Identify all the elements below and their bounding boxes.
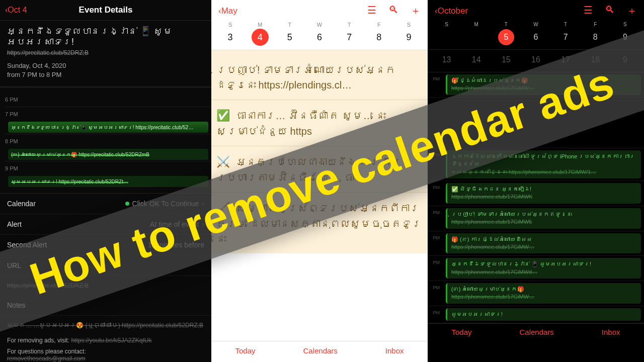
row-label: Notes [7, 301, 26, 309]
day-cell[interactable]: 6 [304, 29, 334, 46]
tab-inbox[interactable]: Inbox [385, 346, 404, 355]
time-label: 9 PM [5, 165, 25, 171]
search-icon[interactable]: 🔍︎ [605, 4, 615, 18]
agenda-item[interactable]: ⚔️ អ្នកប្រហែលជាងាយនឹង ការវាយប្រហារតាមអ៊ី… [211, 146, 428, 192]
agenda-item[interactable]: ✅ ធានាការ… អ៊ីនធឺណិត សូម… នេះសម្រាប់ជំនួ… [211, 100, 428, 146]
list-icon[interactable]: ☰ [584, 4, 593, 18]
day-cell[interactable]: 6 [521, 29, 550, 45]
day-cell-selected[interactable]: 4 [252, 29, 269, 46]
row-notes: Notes [0, 295, 211, 316]
back-button[interactable]: ‹ May [218, 6, 237, 16]
weekday-label: M [245, 22, 275, 28]
agenda-text: សម្អាតទូរស័ព្ទរបស់អ្នកពីការគំរាម ដែលមានស… [216, 203, 422, 244]
row-url[interactable]: URL [0, 255, 211, 276]
search-icon[interactable]: 🔍︎ [388, 4, 398, 18]
weekday-label: T [275, 22, 304, 28]
tab-bar: Today Calendars Inbox [211, 341, 428, 362]
day-cell[interactable] [461, 29, 491, 45]
time-label: PM [428, 206, 443, 231]
tab-calendars[interactable]: Calendars [303, 346, 337, 355]
day-cell[interactable]: 13 [432, 52, 461, 68]
day-cell[interactable]: 14 [461, 52, 491, 68]
day-cell[interactable] [432, 29, 461, 45]
add-icon[interactable]: ＋ [627, 4, 637, 18]
check-icon: ✅ [216, 109, 230, 122]
row-label: Second Alert [7, 241, 47, 249]
day-cell[interactable]: 5 [275, 29, 304, 46]
day-cell[interactable]: 7 [551, 29, 581, 45]
agenda-event[interactable]: 🎁 (៩) ការផ្ដល់អំណោយពិសេសhttps://phonomee… [446, 233, 641, 254]
agenda-text: ធានាការ… អ៊ីនធឺណិត សូម… នេះសម្រាប់ជំនួយ … [216, 110, 385, 137]
back-button[interactable]: ‹ Oct 4 [5, 6, 27, 15]
calendar-light-panel: ‹ May ☰ 🔍︎ ＋ S M T W T F S 3 4 5 6 7 8 9 [211, 0, 428, 362]
tab-today[interactable]: Today [451, 328, 471, 336]
time-label [428, 98, 443, 148]
agenda-text: អ្នកប្រហែលជាងាយនឹង ការវាយប្រហារតាមអ៊ីនធឺ… [216, 156, 399, 183]
time-label: 8 PM [5, 138, 25, 144]
day-cell[interactable]: 9 [610, 29, 640, 45]
agenda-item[interactable]: ប្រញាប់! ទាមទារអំណោយរបស់អ្នក ដទូរ​នេះ ht… [211, 50, 428, 100]
row-label: URL [7, 261, 21, 269]
tab-bar: Today Calendars Inbox [428, 323, 644, 341]
nav-bar: ‹ Oct 4 Event Details [0, 0, 211, 21]
time-label: PM [428, 281, 443, 306]
time-label: PM [428, 148, 443, 180]
day-cell[interactable]: 7 [335, 29, 364, 46]
day-cell-selected[interactable]: 5 [498, 29, 514, 45]
broom-icon: 🧹 [216, 202, 230, 214]
weekday-label: W [521, 22, 550, 27]
day-cell[interactable]: 18 [581, 52, 610, 68]
timeline-event[interactable]: អ្នកនឹងទទួលបានរង្វាន់📱 សូមអបអរសាទរ! http… [8, 122, 208, 133]
timeline: 6 PM 7 PM អ្នកនឹងទទួលបានរង្វាន់📱 សូមអបអរ… [0, 87, 211, 194]
agenda-event[interactable]: ឧកកាត់ដែលអាចកើតមាននៅលើទូរស័ព្ទ iPhone រប… [446, 150, 641, 178]
row-alert[interactable]: Alert At time of event› [0, 214, 211, 235]
agenda-event[interactable]: ✅ សិទ្ធិឯកជន អ្នកឡើង!https://phonomee.cl… [446, 183, 641, 204]
day-cell[interactable]: 17 [551, 52, 581, 68]
time-label: PM [428, 72, 443, 97]
day-row: 13 14 15 16 17 18 9 [428, 50, 644, 72]
agenda-list[interactable]: ប្រញាប់! ទាមទារអំណោយរបស់អ្នក ដទូរ​នេះ ht… [211, 50, 428, 341]
weekday-label: F [364, 22, 394, 28]
tab-inbox[interactable]: Inbox [602, 328, 620, 336]
timeline-event[interactable]: (៣) អំណោយសម្រាប់អ្នក🎁 https://precitatic… [8, 149, 208, 160]
weekday-label: S [610, 22, 640, 27]
nav-bar: ‹ May ☰ 🔍︎ ＋ [211, 0, 428, 22]
page-title: Event Details [79, 5, 133, 15]
add-icon[interactable]: ＋ [411, 4, 421, 18]
back-button[interactable]: ‹ October [435, 6, 468, 16]
agenda-event[interactable]: អ្នកនឹងទទួលបានរង្វាន់ 📱 សូមអបអរសាទរ!http… [446, 258, 641, 279]
day-row: 5 6 7 8 9 [428, 27, 644, 50]
day-cell[interactable]: 9 [394, 29, 424, 46]
day-cell[interactable]: 8 [581, 29, 610, 45]
weekday-label: S [432, 22, 461, 27]
notes-body: ចុចត… …សូមអបអរ😍 (ឬព្យាយាម) https://preci… [0, 316, 211, 335]
day-cell[interactable]: 16 [521, 52, 550, 68]
footer-removing: For removing ads, visit: https://youtu.b… [0, 335, 211, 346]
tab-calendars[interactable]: Calendars [519, 328, 553, 336]
agenda-event[interactable]: សូមអបអរសាទរ! [446, 308, 641, 321]
swords-icon: ⚔️ [216, 155, 230, 168]
list-icon[interactable]: ☰ [367, 4, 376, 18]
day-cell[interactable]: 15 [491, 52, 521, 68]
nav-bar: ‹ October ☰ 🔍︎ ＋ [428, 0, 644, 22]
back-label: October [438, 6, 468, 16]
tab-today[interactable]: Today [235, 346, 255, 355]
day-cell[interactable]: 9 [610, 52, 640, 68]
row-second-alert[interactable]: Second Alert 19 minutes before [0, 235, 211, 255]
row-calendar[interactable]: Calendar Click OK To Continue› [0, 194, 211, 214]
agenda-event[interactable]: (៣) អំណោយសម្រាប់អ្នក🎁https://phonomee.cl… [446, 283, 641, 304]
chevron-right-icon: › [202, 220, 204, 228]
agenda-item[interactable]: 🧹 សម្អាតទូរស័ព្ទរបស់អ្នកពីការគំរាម ដែលមា… [211, 192, 428, 253]
time-label: PM [428, 181, 443, 206]
time-label: 6 PM [5, 97, 25, 103]
timeline-event[interactable]: សូមអបអរសាទរ! https://precitatic.club/52D… [8, 176, 208, 187]
agenda-list[interactable]: PM 🎁 ថ្ងៃសំណាងរបស់អ្នក🎁https://phonomee.… [428, 72, 644, 323]
time-label: PM [428, 231, 443, 256]
row-label: Calendar [7, 200, 36, 208]
agenda-event[interactable]: 🎁 ថ្ងៃសំណាងរបស់អ្នក🎁https://phonomee.clu… [446, 74, 641, 95]
event-time: from 7 PM to 8 PM [7, 70, 204, 79]
weekday-label: S [215, 22, 245, 28]
agenda-event[interactable]: ប្រញាប់! ទាមទារអំណោយរបស់អ្នកតទូរនេះhttps… [446, 208, 641, 229]
day-cell[interactable]: 3 [215, 29, 245, 46]
day-cell[interactable]: 8 [364, 29, 394, 46]
